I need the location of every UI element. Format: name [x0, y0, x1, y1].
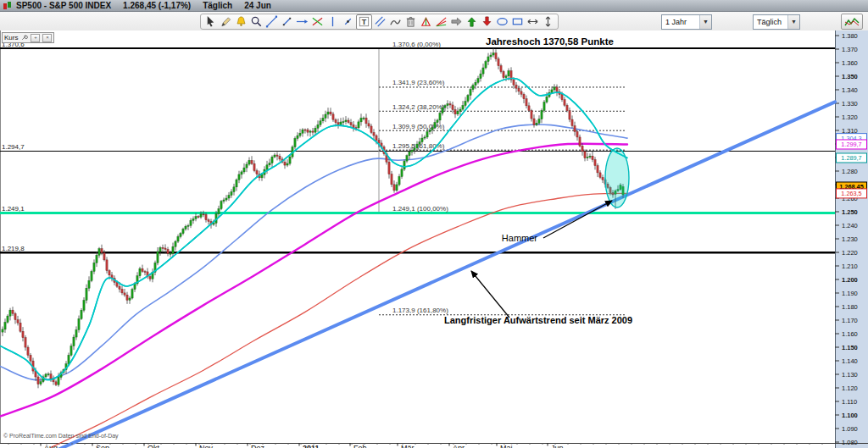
tool-cursor-icon[interactable]: [203, 15, 218, 29]
panel-close-button[interactable]: ×: [42, 34, 52, 42]
period-dropdown-value: Täglich: [754, 18, 787, 26]
mini-chart-icon: [844, 17, 860, 27]
tool-fibonacci-icon[interactable]: [310, 15, 325, 29]
price-tick-label: 1.280: [842, 168, 858, 175]
price-tick-label: 1.240: [842, 222, 858, 230]
price-tick-label: 1.140: [842, 357, 858, 365]
date-tick-label: Apr: [453, 444, 465, 448]
price-tick-label: 1.100: [842, 412, 858, 419]
price-tick-label: 1.190: [842, 290, 858, 297]
app-logo-icon: [3, 2, 12, 10]
price-tick-label: 1.130: [842, 371, 858, 379]
status-copyright: © ProRealTime.com Daten sind End-of-Day: [3, 433, 119, 440]
plot-background: [0, 30, 835, 448]
price-axis-box-label: 1.299,7: [841, 141, 861, 148]
date-tick-label: Sep: [96, 444, 109, 448]
price-panel-tab[interactable]: Kurs + ×: [2, 32, 54, 43]
window-date: 24 Jun: [244, 1, 271, 10]
tool-ellipse-icon[interactable]: [495, 15, 509, 29]
price-tick-label: 1.350: [842, 73, 858, 80]
price-tick-label: 1.230: [842, 235, 858, 243]
date-tick-label: Okt: [147, 444, 160, 448]
drawing-toolbar: T 1 Jahr ▼ Täglich ▼: [0, 12, 868, 31]
chevron-down-icon: ▼: [699, 15, 711, 29]
wrench-icon[interactable]: [20, 34, 28, 41]
price-tick-label: 1.380: [842, 32, 858, 40]
price-tick-label: 1.320: [842, 113, 858, 121]
date-tick-label: Dez: [251, 444, 265, 448]
left-price-label: 1.219,8: [2, 245, 25, 252]
price-tick-label: 1.210: [842, 263, 858, 270]
date-tick-label: 2011: [303, 444, 320, 448]
fib-level-label: 1.341,9 (23,60%): [392, 79, 445, 86]
panel-add-button[interactable]: +: [31, 34, 40, 42]
tool-trend-line-icon[interactable]: [264, 15, 279, 29]
price-panel-label: Kurs: [4, 34, 18, 41]
tool-group: T: [200, 14, 559, 30]
date-tick-label: Nov: [199, 444, 214, 448]
chart-style-button[interactable]: [841, 14, 863, 30]
annotation-hammer: Hammer: [502, 233, 538, 243]
tool-rectangle-icon[interactable]: [510, 15, 525, 29]
price-tick-label: 1.340: [842, 86, 858, 94]
annotation-trend: Langfristiger Aufwärtstrend seit März 20…: [444, 315, 632, 325]
price-tick-label: 1.220: [842, 249, 858, 257]
date-tick-label: Mär: [401, 444, 415, 448]
price-tick-label: 1.250: [842, 208, 858, 216]
tool-segment-icon[interactable]: [280, 15, 294, 29]
price-axis-box-label: 1.289,7: [841, 154, 861, 162]
chevron-down-icon: ▼: [787, 15, 799, 29]
tool-expand-horizontal-icon[interactable]: [526, 15, 540, 29]
chart-canvas[interactable]: 1.3801.3701.3601.3501.3401.3301.3201.310…: [0, 30, 868, 448]
range-dropdown[interactable]: 1 Jahr ▼: [661, 14, 712, 30]
tool-vertical-line-icon[interactable]: [326, 15, 340, 29]
date-tick-label: Feb: [353, 444, 367, 448]
price-tick-label: 1.360: [842, 59, 858, 67]
price-tick-label: 1.120: [842, 384, 858, 392]
tool-arrow-down-icon[interactable]: [480, 15, 494, 29]
price-tick-label: 1.200: [842, 276, 858, 284]
fib-level-label: 1.309,9 (50,00%): [392, 123, 445, 130]
price-tick-label: 1.170: [842, 317, 858, 324]
fib-level-label: 1.249,1 (100,00%): [392, 205, 448, 213]
window-timeframe: Täglich: [203, 1, 232, 10]
price-tick-label: 1.160: [842, 330, 858, 338]
tool-zoom-icon[interactable]: [249, 15, 264, 29]
tool-fan-lines-icon[interactable]: [434, 15, 448, 29]
annotation-jahreshoch: Jahreshoch 1370,58 Punkte: [486, 36, 614, 47]
tool-pitchfork-icon[interactable]: [419, 15, 433, 29]
date-tick-label: Mai: [500, 444, 513, 448]
price-tick-label: 1.180: [842, 303, 858, 311]
window-quote: 1.268,45 (-1,17%): [123, 1, 191, 10]
price-tick-label: 1.080: [842, 439, 858, 446]
fib-level-label: 1.370,6 (0,00%): [392, 41, 441, 48]
price-tick-label: 1.150: [842, 344, 858, 351]
tool-expand-vertical-icon[interactable]: [541, 15, 555, 29]
window-title: SP500 - S&P 500 INDEX: [16, 1, 111, 10]
fib-level-label: 1.324,2 (38,20%): [392, 103, 445, 111]
price-tick-label: 1.330: [842, 100, 858, 108]
tool-cross-icon[interactable]: [341, 15, 355, 29]
price-tick-label: 1.110: [842, 398, 857, 406]
tool-parallel-lines-icon[interactable]: [373, 15, 387, 29]
tool-arrow-up-icon[interactable]: [465, 15, 479, 29]
price-tick-label: 1.370: [842, 46, 858, 53]
tool-text-icon[interactable]: T: [356, 14, 372, 30]
tool-pencil-icon[interactable]: [219, 15, 233, 29]
tool-trash-icon[interactable]: [403, 15, 418, 29]
svg-text:T: T: [362, 18, 367, 26]
price-tick-label: 1.090: [842, 425, 858, 433]
date-tick-label: Jun: [551, 444, 564, 448]
period-dropdown[interactable]: Täglich ▼: [753, 14, 800, 30]
tool-arrow-right-icon[interactable]: [449, 15, 464, 29]
left-price-label: 1.294,7: [2, 143, 25, 151]
tool-extended-line-icon[interactable]: [295, 15, 309, 29]
tool-alarm-icon[interactable]: [234, 15, 248, 29]
range-dropdown-value: 1 Jahr: [662, 18, 699, 26]
tool-freehand-icon[interactable]: [388, 15, 403, 29]
price-axis-box-label: 1.263,5: [841, 190, 861, 197]
hammer-highlight-ellipse: [605, 148, 629, 207]
chart-panel[interactable]: Kurs + × 1.3801.3701.3601.3501.3401.3301…: [0, 30, 868, 448]
left-price-label: 1.249,1: [2, 205, 25, 213]
fib-level-label: 1.173,9 (161,80%): [392, 307, 448, 314]
